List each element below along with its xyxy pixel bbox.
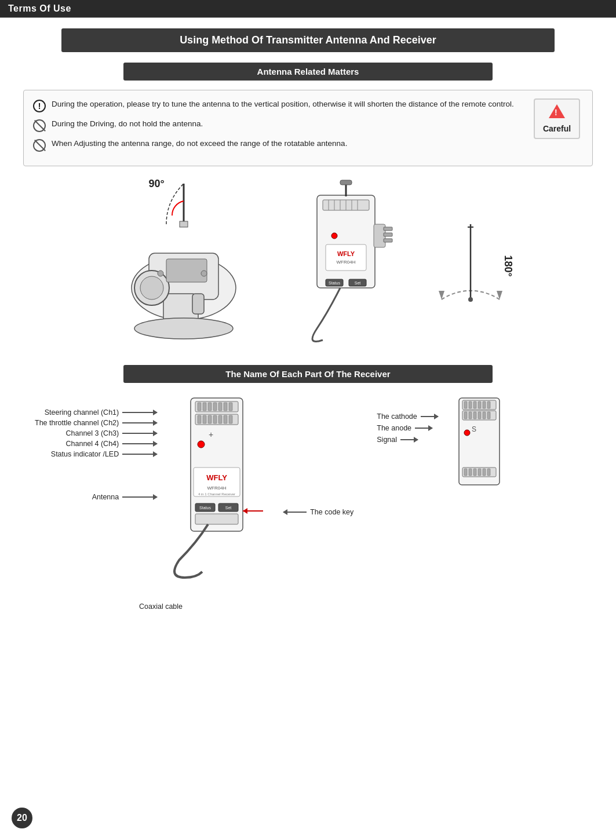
arrow-led bbox=[122, 454, 157, 455]
right-labels: The cathode The anode Signal bbox=[377, 412, 438, 444]
svg-rect-31 bbox=[384, 227, 392, 231]
svg-rect-55 bbox=[229, 415, 232, 423]
transmitter-diagram: 90° bbox=[103, 178, 265, 353]
svg-text:Status: Status bbox=[199, 506, 211, 510]
page-number: 20 bbox=[12, 808, 32, 828]
small-receiver-svg: S bbox=[442, 392, 511, 491]
main-receiver-svg: + WFLY WFR04H 4 in 1 Channel Receiver St… bbox=[162, 392, 272, 607]
svg-text:WFLY: WFLY bbox=[206, 473, 227, 482]
svg-rect-52 bbox=[213, 415, 217, 423]
no-icon-2 bbox=[33, 139, 46, 152]
careful-items: ! During the operation, please try to tu… bbox=[33, 98, 531, 158]
receiver-closeup-diagram: WFLY WFR04H Status Set bbox=[288, 178, 404, 353]
svg-point-56 bbox=[198, 441, 205, 448]
label-ch2: The throttle channel (Ch2) bbox=[35, 419, 157, 427]
svg-rect-82 bbox=[483, 412, 486, 419]
label-antenna: Antenna bbox=[35, 493, 157, 501]
ch4-label: Channel 4 (Ch4) bbox=[66, 440, 119, 448]
svg-text:Set: Set bbox=[354, 281, 360, 285]
svg-rect-50 bbox=[203, 415, 206, 423]
small-receiver-svg-container: S bbox=[442, 392, 511, 492]
section2-banner: Antenna Related Matters bbox=[123, 63, 493, 81]
svg-rect-43 bbox=[208, 403, 212, 411]
svg-rect-73 bbox=[473, 401, 476, 408]
careful-badge-box: Careful bbox=[534, 98, 580, 139]
svg-rect-81 bbox=[478, 412, 481, 419]
svg-rect-87 bbox=[464, 469, 467, 476]
svg-point-9 bbox=[201, 271, 207, 276]
svg-rect-6 bbox=[192, 294, 204, 314]
careful-item-1: ! During the operation, please try to tu… bbox=[33, 98, 525, 112]
svg-rect-88 bbox=[469, 469, 472, 476]
ch3-label: Channel 3 (Ch3) bbox=[66, 429, 119, 437]
code-key-label-group: The code key bbox=[283, 508, 353, 516]
arrow-ch3 bbox=[122, 433, 157, 434]
svg-rect-74 bbox=[478, 401, 481, 408]
svg-point-38 bbox=[468, 297, 473, 302]
svg-rect-91 bbox=[483, 469, 486, 476]
svg-rect-44 bbox=[213, 403, 217, 411]
svg-point-11 bbox=[134, 318, 233, 339]
left-labels-group: Steering channel (Ch1) The throttle chan… bbox=[35, 408, 157, 503]
svg-rect-47 bbox=[229, 403, 232, 411]
svg-rect-76 bbox=[487, 401, 490, 408]
cathode-label: The cathode bbox=[377, 412, 417, 421]
right-receiver-group: The cathode The anode Signal bbox=[377, 392, 511, 492]
svg-rect-10 bbox=[180, 221, 188, 227]
label-led: Status indicator /LED bbox=[35, 450, 157, 458]
label-signal: Signal bbox=[377, 436, 438, 444]
section3-banner: The Name Of Each Part Of The Receiver bbox=[123, 365, 493, 383]
careful-badge: Careful bbox=[531, 98, 583, 158]
label-anode: The anode bbox=[377, 424, 438, 432]
svg-rect-75 bbox=[483, 401, 486, 408]
label-cathode: The cathode bbox=[377, 412, 438, 421]
ch2-label: The throttle channel (Ch2) bbox=[35, 419, 119, 427]
svg-point-22 bbox=[331, 233, 337, 239]
arrow-code-key bbox=[283, 512, 307, 513]
arrow-antenna bbox=[122, 496, 157, 498]
svg-rect-89 bbox=[473, 469, 476, 476]
code-key-label: The code key bbox=[310, 508, 353, 516]
left-receiver-group: Steering channel (Ch1) The throttle chan… bbox=[35, 392, 272, 608]
svg-text:WFR04H: WFR04H bbox=[336, 260, 355, 265]
svg-rect-51 bbox=[208, 415, 212, 423]
svg-rect-14 bbox=[340, 180, 352, 185]
svg-rect-90 bbox=[478, 469, 481, 476]
receiver-closeup-svg: WFLY WFR04H Status Set bbox=[288, 178, 404, 352]
exclamation-icon: ! bbox=[33, 100, 46, 112]
angle-180-label: 180° bbox=[502, 255, 514, 276]
svg-text:S: S bbox=[472, 425, 476, 433]
careful-item-3: When Adjusting the antenna range, do not… bbox=[33, 138, 525, 152]
diagram-area: 90° bbox=[23, 178, 593, 353]
antenna-label: Antenna bbox=[92, 493, 119, 501]
svg-rect-83 bbox=[487, 412, 490, 419]
svg-rect-46 bbox=[224, 403, 227, 411]
arrow-cathode bbox=[421, 416, 438, 417]
svg-text:4 in 1 Channel Receiver: 4 in 1 Channel Receiver bbox=[198, 492, 235, 496]
svg-point-8 bbox=[158, 271, 163, 276]
svg-text:WFR04H: WFR04H bbox=[207, 485, 227, 491]
svg-marker-68 bbox=[243, 508, 247, 514]
svg-rect-53 bbox=[218, 415, 222, 423]
svg-rect-42 bbox=[203, 403, 206, 411]
section1-banner: Using Method Of Transmitter Antenna And … bbox=[61, 28, 554, 52]
signal-label: Signal bbox=[377, 436, 397, 444]
svg-point-5 bbox=[140, 276, 163, 300]
svg-rect-33 bbox=[384, 239, 392, 242]
warning-triangle-icon bbox=[549, 104, 565, 118]
arrow-ch4 bbox=[122, 443, 157, 444]
svg-rect-92 bbox=[487, 469, 490, 476]
no-icon-1 bbox=[33, 119, 46, 132]
svg-rect-41 bbox=[198, 403, 201, 411]
svg-rect-78 bbox=[464, 412, 467, 419]
svg-rect-80 bbox=[473, 412, 476, 419]
svg-text:Set: Set bbox=[225, 506, 232, 510]
arrow-anode bbox=[415, 428, 432, 429]
careful-badge-label: Careful bbox=[543, 124, 571, 133]
arrow-ch2 bbox=[122, 422, 157, 423]
careful-text-1: During the operation, please try to tune… bbox=[52, 98, 514, 110]
angle-180-diagram: 180° bbox=[427, 207, 514, 324]
svg-rect-72 bbox=[469, 401, 472, 408]
transmitter-svg bbox=[103, 178, 265, 352]
led-label: Status indicator /LED bbox=[51, 450, 119, 458]
